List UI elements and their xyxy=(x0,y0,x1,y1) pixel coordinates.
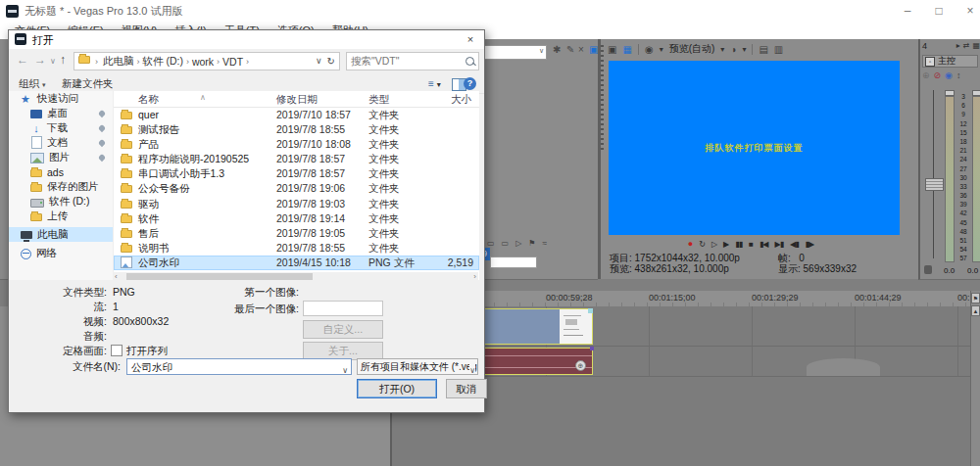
dock-arrow-icon[interactable]: ▸ xyxy=(956,41,960,50)
dialog-close-button[interactable]: × xyxy=(463,32,478,47)
preview-quality-label[interactable]: 预览(自动) xyxy=(669,42,715,56)
breadcrumb-item[interactable]: 软件 (D:) xyxy=(143,55,183,69)
search-box[interactable]: 搜索"VDT" xyxy=(346,52,479,70)
rate-combo[interactable] xyxy=(480,45,547,60)
file-row[interactable]: 软件2019/7/8 19:14文件夹 xyxy=(114,211,479,226)
address-chevron-icon[interactable]: ∨ xyxy=(316,56,322,67)
file-row[interactable]: 产品2019/7/10 18:08文件夹 xyxy=(114,137,479,152)
file-row[interactable]: 驱动2019/7/8 19:03文件夹 xyxy=(114,197,479,211)
sidebar-item-此电脑[interactable]: 此电脑 xyxy=(9,227,113,242)
breadcrumb-item[interactable]: 此电脑 xyxy=(103,55,134,69)
clear-icon[interactable]: × xyxy=(578,44,584,55)
filename-input[interactable]: 公司水印∨ xyxy=(126,358,352,375)
mute-icon[interactable]: ⊘ xyxy=(934,70,942,80)
scroll-left-icon[interactable]: ‹ xyxy=(115,272,118,281)
sidebar-item-文档[interactable]: 文档 xyxy=(9,135,113,150)
chevron-down-icon[interactable]: ▾ xyxy=(660,45,663,54)
cancel-button[interactable]: 取消 xyxy=(446,379,487,398)
magic-wand-icon[interactable]: ✱ xyxy=(553,44,561,55)
audio-event[interactable]: ⊕ xyxy=(477,348,593,375)
sidebar-item-快速访问[interactable]: ★快速访问 xyxy=(9,91,113,106)
event-corner-handle[interactable] xyxy=(588,308,593,313)
open-button[interactable]: 打开(O) xyxy=(357,379,437,398)
back-icon[interactable]: ← xyxy=(17,53,28,67)
sidebar-item-保存的图片[interactable]: 保存的图片 xyxy=(9,179,113,194)
fader-mode-icon[interactable]: ↕ xyxy=(956,70,961,80)
transport-step-back[interactable]: ◀▮ xyxy=(790,240,799,249)
video-event[interactable] xyxy=(477,308,593,345)
file-row[interactable]: 程序功能说明-201905252019/7/8 18:57文件夹 xyxy=(114,152,479,166)
marker-a-icon[interactable]: ▭ xyxy=(487,239,495,248)
file-row[interactable]: 说明书2019/7/8 18:55文件夹 xyxy=(114,241,479,256)
volume-fader-handle[interactable] xyxy=(925,178,944,191)
video-screen[interactable]: 排队软件打印票面设置 xyxy=(609,61,900,235)
scrollbar-up-button[interactable]: ▲ xyxy=(971,305,980,316)
brush-icon[interactable]: ✎ xyxy=(566,44,574,55)
file-row[interactable]: 公司水印2019/4/15 10:18PNG 文件2,519 xyxy=(114,256,479,270)
chevron-down-icon[interactable]: ▾ xyxy=(720,45,724,54)
scrollbar-flag-button[interactable]: ⚑ xyxy=(971,293,980,303)
sidebar-item-图片[interactable]: 图片 xyxy=(9,150,113,164)
column-name[interactable]: 名称 xyxy=(138,93,159,107)
maximize-button[interactable]: □ xyxy=(925,2,953,20)
file-row[interactable]: 售后2019/7/8 19:05文件夹 xyxy=(114,226,479,241)
copy-frame-icon[interactable]: ▥ xyxy=(774,44,783,55)
file-row[interactable]: 串口调试小助手1.32019/7/8 18:57文件夹 xyxy=(114,166,479,181)
sidebar-item-上传[interactable]: 上传 xyxy=(9,209,113,223)
timeline-scrollbar[interactable]: ⚑ ▲ xyxy=(970,291,980,466)
transport-go-to-end[interactable]: ▶▮ xyxy=(774,240,783,249)
mixer-tab[interactable]: 4 xyxy=(922,41,927,51)
wave-icon[interactable]: ≈ xyxy=(542,239,546,248)
transport-play[interactable]: ▶ xyxy=(723,240,728,249)
preview-quality-icon[interactable]: ◉ xyxy=(645,44,654,55)
up-icon[interactable]: ↑ xyxy=(60,53,66,67)
transport-record[interactable]: ● xyxy=(688,239,692,249)
grid-icon[interactable]: ▦ xyxy=(972,41,980,50)
chevron-down-icon[interactable]: ▾ xyxy=(742,45,746,54)
master-bus-header[interactable]: ▫ 主控 xyxy=(922,55,978,68)
refresh-icon[interactable]: ↻ xyxy=(327,56,335,67)
flag-icon[interactable]: ⚑ xyxy=(528,239,535,248)
new-folder-button[interactable]: 新建文件夹 xyxy=(62,77,114,91)
sidebar-item-桌面[interactable]: 桌面 xyxy=(9,106,113,120)
project-properties-icon[interactable]: ▣ xyxy=(608,44,616,55)
last-image-field[interactable] xyxy=(303,301,383,316)
customize-button[interactable]: 自定义... xyxy=(303,320,383,339)
transport-loop[interactable]: ↻ xyxy=(699,240,705,249)
search-input[interactable]: 搜索"VDT" xyxy=(351,55,466,69)
transport-stop[interactable]: ■ xyxy=(749,240,753,249)
file-row[interactable]: 公众号备份2019/7/8 19:06文件夹 xyxy=(114,181,479,196)
view-mode-icon[interactable]: ≡ ▾ xyxy=(428,78,441,89)
event-fx-icon[interactable]: ⊕ xyxy=(575,360,586,371)
file-row[interactable]: 测试报告2019/7/8 18:55文件夹 xyxy=(114,122,479,137)
snapshot-icon[interactable]: ▤ xyxy=(759,44,767,55)
filetype-filter-select[interactable]: 所有项目和媒体文件 (*.veg;*.m∨ xyxy=(357,358,478,375)
column-size[interactable]: 大小 xyxy=(451,93,471,107)
breadcrumb-item[interactable]: VDT xyxy=(222,56,243,68)
dim-icon[interactable]: ⊕ xyxy=(922,70,930,80)
scroll-right-icon[interactable]: › xyxy=(473,272,476,281)
sidebar-item-下载[interactable]: ↓下载 xyxy=(9,120,113,135)
column-date[interactable]: 修改日期 xyxy=(276,93,318,107)
external-monitor-icon[interactable]: ▦ xyxy=(622,44,631,55)
sidebar-item-ads[interactable]: ads xyxy=(9,164,113,179)
transport-pause[interactable]: ▮▮ xyxy=(735,240,742,249)
breadcrumb-item[interactable]: work xyxy=(192,56,214,68)
transport-step-forward[interactable]: ▮▶ xyxy=(806,240,814,249)
help-icon[interactable]: ? xyxy=(464,77,476,90)
sidebar-item-网络[interactable]: 网络 xyxy=(9,246,113,260)
solo-icon[interactable]: ◉ xyxy=(945,70,953,80)
open-sequence-checkbox[interactable] xyxy=(111,345,122,356)
transport-go-to-start[interactable]: ▮◀ xyxy=(760,240,768,249)
close-button[interactable]: × xyxy=(956,2,980,20)
organize-button[interactable]: 组织 ▾ xyxy=(19,77,45,91)
event-corner-handle[interactable] xyxy=(590,347,594,350)
split-screen-icon[interactable]: ◑ xyxy=(730,44,736,55)
sidebar-item-软件 (D:)[interactable]: 软件 (D:) xyxy=(9,194,113,209)
minimize-button[interactable]: – xyxy=(894,2,921,20)
transport-play-from-start[interactable]: ▷ xyxy=(711,240,716,249)
forward-icon[interactable]: → xyxy=(34,53,46,67)
column-type[interactable]: 类型 xyxy=(368,93,389,107)
scrollbar-thumb[interactable] xyxy=(126,273,313,280)
marker-b-icon[interactable]: ▭ xyxy=(502,239,510,248)
